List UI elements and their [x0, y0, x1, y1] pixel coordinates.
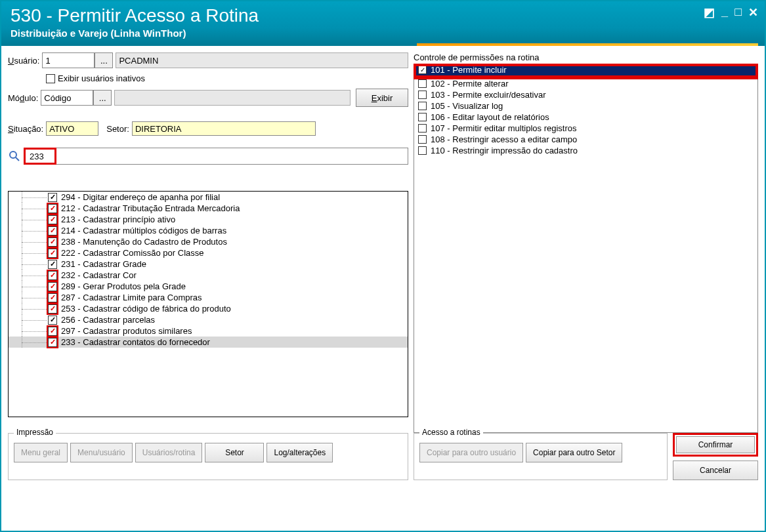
setor-button[interactable]: Setor — [205, 443, 264, 462]
menu-geral-button[interactable]: Menu geral — [14, 443, 68, 462]
menu-usuario-button[interactable]: Menu/usuário — [70, 443, 133, 462]
cancelar-button[interactable]: Cancelar — [673, 460, 758, 480]
tree-item-label: 256 - Cadastrar parcelas — [61, 315, 155, 325]
tree-checkbox[interactable] — [48, 193, 57, 202]
permission-label: 101 - Permite incluir — [431, 65, 507, 75]
tree-item[interactable]: 213 - Cadastrar princípio ativo — [9, 214, 408, 225]
permission-checkbox[interactable] — [418, 79, 427, 88]
copiar-setor-button[interactable]: Copiar para outro Setor — [526, 443, 622, 462]
permission-label: 105 - Visualizar log — [431, 101, 503, 111]
confirmar-button[interactable]: Confirmar — [676, 436, 755, 453]
exibir-button[interactable]: Exibir — [356, 89, 408, 107]
permission-item[interactable]: 108 - Restringir acesso a editar campo — [414, 134, 757, 145]
restore-icon[interactable]: ◩ — [704, 5, 715, 20]
modulo-lookup-button[interactable]: ... — [93, 90, 112, 106]
tree-item[interactable]: 289 - Gerar Produtos pela Grade — [9, 281, 408, 292]
usuario-label: Usuário: — [8, 56, 39, 66]
permission-label: 110 - Restringir impressão do cadastro — [431, 146, 578, 155]
tree-item[interactable]: 294 - Digitar endereço de apanha por fil… — [9, 192, 408, 203]
usuario-input[interactable] — [42, 52, 95, 68]
permission-checkbox[interactable] — [418, 102, 427, 110]
close-icon[interactable]: ✕ — [748, 5, 758, 20]
tree-item[interactable]: 287 - Cadastrar Limite para Compras — [9, 292, 408, 303]
tree-checkbox[interactable] — [48, 316, 57, 325]
tree-item[interactable]: 214 - Cadastrar múltiplos códigos de bar… — [9, 225, 408, 236]
tree-item[interactable]: 238 - Manutenção do Cadastro de Produtos — [9, 236, 408, 247]
tree-item-label: 294 - Digitar endereço de apanha por fil… — [61, 192, 220, 202]
tree-item[interactable]: 232 - Cadastrar Cor — [9, 270, 408, 281]
tree-item[interactable]: 212 - Cadastrar Tributação Entrada Merca… — [9, 203, 408, 214]
tree-item[interactable]: 253 - Cadastrar código de fábrica do pro… — [9, 303, 408, 314]
tree-item-label: 289 - Gerar Produtos pela Grade — [61, 281, 186, 291]
tree-item-label: 214 - Cadastrar múltiplos códigos de bar… — [61, 226, 226, 235]
tree-item-label: 297 - Cadastrar produtos similares — [61, 326, 192, 336]
tree-checkbox[interactable] — [48, 237, 57, 247]
tree-item-label: 233 - Cadastrar contatos do fornecedor — [61, 337, 210, 347]
tree-item[interactable]: 256 - Cadastrar parcelas — [9, 314, 408, 325]
tree-item[interactable]: 231 - Cadastrar Grade — [9, 258, 408, 270]
permission-label: 103 - Permite excluir/desativar — [431, 90, 546, 100]
permission-checkbox[interactable] — [418, 66, 427, 74]
search-row — [8, 148, 408, 165]
impressao-title: Impressão — [14, 428, 56, 437]
permission-label: 108 - Restringir acesso a editar campo — [431, 134, 577, 144]
permission-label: 106 - Editar layout de relatórios — [431, 112, 549, 122]
tree-item-label: 287 - Cadastrar Limite para Compras — [61, 293, 202, 302]
search-icon — [8, 150, 21, 163]
tree-checkbox[interactable] — [48, 215, 57, 224]
tree-checkbox[interactable] — [48, 327, 57, 336]
tree-checkbox[interactable] — [48, 338, 57, 347]
svg-point-0 — [10, 152, 16, 158]
search-text-input[interactable] — [56, 148, 408, 165]
tree-item[interactable]: 222 - Cadastrar Comissão por Classe — [9, 247, 408, 258]
log-alteracoes-button[interactable]: Log/alterações — [266, 443, 333, 462]
permission-checkbox[interactable] — [418, 124, 427, 133]
tree-checkbox[interactable] — [48, 293, 57, 302]
tree-item-label: 253 - Cadastrar código de fábrica do pro… — [61, 304, 231, 314]
permission-item[interactable]: 106 - Editar layout de relatórios — [414, 112, 757, 123]
tree-item[interactable]: 297 - Cadastrar produtos similares — [9, 325, 408, 337]
window-controls: ◩ _ □ ✕ — [704, 5, 758, 20]
usuarios-rotina-button[interactable]: Usuários/rotina — [135, 443, 203, 462]
window-subtitle: Distribuição e Varejo (Linha WinThor) — [11, 28, 755, 39]
inativos-row: Exibir usuários inativos — [8, 73, 408, 83]
situacao-label: Situação: — [8, 124, 43, 134]
routine-tree[interactable]: 294 - Digitar endereço de apanha por fil… — [8, 191, 408, 417]
permission-item[interactable]: 103 - Permite excluir/desativar — [414, 89, 757, 100]
minimize-icon[interactable]: _ — [721, 5, 728, 20]
permissions-title: Controle de permissões na rotina — [414, 52, 758, 62]
svg-line-1 — [16, 157, 19, 161]
copiar-usuario-button[interactable]: Copiar para outro usuário — [419, 443, 523, 462]
permission-item[interactable]: 101 - Permite incluir — [414, 64, 757, 78]
maximize-icon[interactable]: □ — [734, 5, 742, 20]
tree-checkbox[interactable] — [48, 271, 57, 280]
usuario-lookup-button[interactable]: ... — [95, 52, 113, 68]
tree-checkbox[interactable] — [48, 304, 57, 314]
acesso-title: Acesso a rotinas — [419, 428, 483, 437]
tree-item-label: 213 - Cadastrar princípio ativo — [61, 215, 175, 224]
permission-checkbox[interactable] — [418, 113, 427, 121]
tree-checkbox[interactable] — [48, 249, 57, 258]
tree-checkbox[interactable] — [48, 282, 57, 291]
tree-checkbox[interactable] — [48, 226, 57, 235]
inativos-label: Exibir usuários inativos — [58, 73, 145, 83]
permission-item[interactable]: 107 - Permitir editar multiplos registro… — [414, 123, 757, 134]
tree-checkbox[interactable] — [48, 204, 57, 213]
inativos-checkbox[interactable] — [46, 74, 55, 83]
permission-checkbox[interactable] — [418, 135, 427, 144]
tree-item-label: 238 - Manutenção do Cadastro de Produtos — [61, 237, 227, 247]
search-code-input[interactable] — [24, 148, 56, 165]
modulo-row: Módulo: ... Exibir — [8, 89, 408, 107]
modulo-input[interactable] — [41, 90, 93, 106]
permission-item[interactable]: 105 - Visualizar log — [414, 100, 757, 112]
modulo-label: Módulo: — [8, 93, 38, 103]
permissions-list[interactable]: 101 - Permite incluir102 - Permite alter… — [414, 64, 758, 433]
titlebar: 530 - Permitir Acesso a Rotina Distribui… — [1, 1, 765, 46]
permission-checkbox[interactable] — [418, 146, 427, 155]
tree-checkbox[interactable] — [48, 260, 57, 269]
tree-item[interactable]: 233 - Cadastrar contatos do fornecedor — [9, 337, 408, 348]
accent-bar — [417, 43, 758, 46]
permission-item[interactable]: 110 - Restringir impressão do cadastro — [414, 145, 757, 156]
permission-item[interactable]: 102 - Permite alterar — [414, 78, 757, 89]
permission-checkbox[interactable] — [418, 91, 427, 99]
